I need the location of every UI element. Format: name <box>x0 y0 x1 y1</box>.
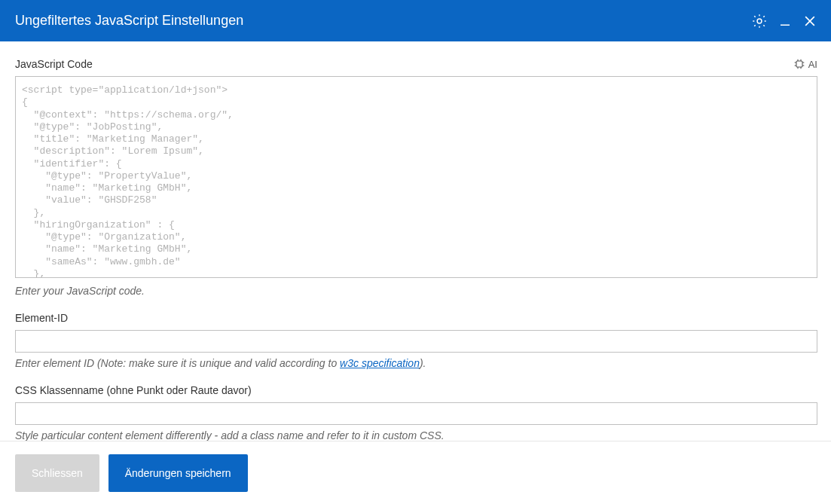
dialog-footer: Schliessen Änderungen speichern <box>0 441 831 504</box>
js-code-input[interactable] <box>15 76 817 278</box>
w3c-spec-link[interactable]: w3c specification <box>340 357 420 369</box>
svg-point-0 <box>757 19 762 23</box>
dialog-content: JavaScript Code AI Enter your JavaScript… <box>0 41 831 441</box>
css-class-label: CSS Klassenname (ohne Punkt oder Raute d… <box>15 384 817 396</box>
element-id-label: Element-ID <box>15 312 817 324</box>
element-id-hint-suffix: ). <box>420 357 426 369</box>
js-code-hint: Enter your JavaScript code. <box>15 285 817 297</box>
window-title: Ungefiltertes JavaScript Einstellungen <box>15 13 751 29</box>
js-code-label: JavaScript Code <box>15 58 793 70</box>
element-id-input[interactable] <box>15 330 817 353</box>
ai-label: AI <box>808 59 817 70</box>
element-id-hint-prefix: Enter element ID (Note: make sure it is … <box>15 357 340 369</box>
close-button[interactable]: Schliessen <box>15 454 99 492</box>
element-id-hint: Enter element ID (Note: make sure it is … <box>15 357 817 369</box>
ai-icon <box>793 58 805 70</box>
element-id-block: Element-ID Enter element ID (Note: make … <box>15 312 817 369</box>
close-icon[interactable] <box>802 14 817 29</box>
gear-icon[interactable] <box>751 13 768 29</box>
titlebar: Ungefiltertes JavaScript Einstellungen <box>0 0 831 41</box>
js-code-block: JavaScript Code AI Enter your JavaScript… <box>15 58 817 297</box>
css-class-hint: Style particular content element differe… <box>15 429 817 441</box>
css-class-block: CSS Klassenname (ohne Punkt oder Raute d… <box>15 384 817 441</box>
titlebar-actions <box>751 13 817 29</box>
ai-button[interactable]: AI <box>793 58 817 70</box>
save-button[interactable]: Änderungen speichern <box>108 454 248 492</box>
minimize-icon[interactable] <box>778 14 792 28</box>
css-class-input[interactable] <box>15 402 817 425</box>
svg-rect-4 <box>796 61 802 67</box>
